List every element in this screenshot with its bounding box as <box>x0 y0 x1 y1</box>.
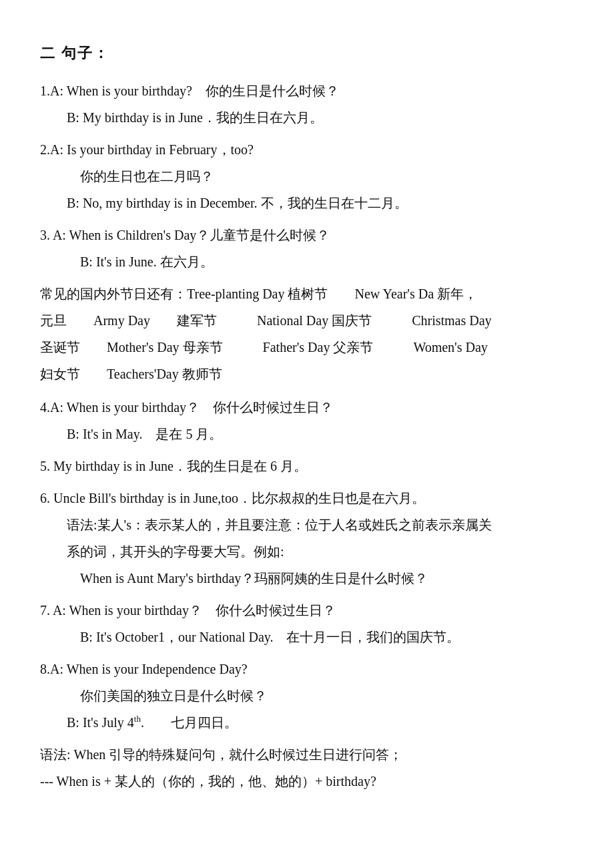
item-1-line-1: 1.A: When is your birthday? 你的生日是什么时候？ <box>40 79 574 103</box>
item-6-grammar-3: When is Aunt Mary's birthday？玛丽阿姨的生日是什么时… <box>40 566 574 590</box>
holidays-line-4: 妇女节 Teachers'Day 教师节 <box>40 362 574 386</box>
item-6-grammar-2: 系的词，其开头的字母要大写。例如: <box>40 539 574 564</box>
item-3-line-1: 3. A: When is Children's Day？儿童节是什么时候？ <box>40 223 574 247</box>
item-7: 7. A: When is your birthday？ 你什么时候过生日？ B… <box>40 598 574 649</box>
item-3: 3. A: When is Children's Day？儿童节是什么时候？ B… <box>40 223 574 274</box>
item-3-line-2: B: It's in June. 在六月。 <box>40 250 574 274</box>
grammar-block: 语法: When 引导的特殊疑问句，就什么时候过生日进行问答； --- When… <box>40 742 574 793</box>
item-1-line-2: B: My birthday is in June．我的生日在六月。 <box>40 105 574 130</box>
item-8-line-2: 你们美国的独立日是什么时候？ <box>40 684 574 708</box>
holidays-block: 常见的国内外节日还有：Tree-planting Day 植树节 New Yea… <box>40 282 574 386</box>
item-2-line-3: B: No, my birthday is in December. 不，我的生… <box>40 191 574 215</box>
item-1: 1.A: When is your birthday? 你的生日是什么时候？ B… <box>40 79 574 130</box>
item-4-line-1: 4.A: When is your birthday？ 你什么时候过生日？ <box>40 395 574 419</box>
item-8-line-3: B: It's July 4th. 七月四日。 <box>40 710 574 734</box>
item-5: 5. My birthday is in June．我的生日是在 6 月。 <box>40 454 574 478</box>
grammar-line-1: 语法: When 引导的特殊疑问句，就什么时候过生日进行问答； <box>40 742 574 767</box>
item-6-line-1: 6. Uncle Bill's birthday is in June,too．… <box>40 486 574 510</box>
item-8-line-1: 8.A: When is your Independence Day? <box>40 657 574 681</box>
item-2: 2.A: Is your birthday in February，too? 你… <box>40 138 574 215</box>
item-6: 6. Uncle Bill's birthday is in June,too．… <box>40 486 574 590</box>
item-2-line-2: 你的生日也在二月吗？ <box>40 164 574 188</box>
section-title: 二 句子： <box>40 40 574 67</box>
holidays-line-1: 常见的国内外节日还有：Tree-planting Day 植树节 New Yea… <box>40 282 574 306</box>
holidays-line-3: 圣诞节 Mother's Day 母亲节 Father's Day 父亲节 Wo… <box>40 335 574 359</box>
item-5-line-1: 5. My birthday is in June．我的生日是在 6 月。 <box>40 454 574 478</box>
item-4: 4.A: When is your birthday？ 你什么时候过生日？ B:… <box>40 395 574 446</box>
item-7-line-2: B: It's October1，our National Day. 在十月一日… <box>40 625 574 649</box>
item-2-line-1: 2.A: Is your birthday in February，too? <box>40 138 574 162</box>
page-content: 二 句子： 1.A: When is your birthday? 你的生日是什… <box>40 40 574 793</box>
holidays-line-2: 元旦 Army Day 建军节 National Day 国庆节 Christm… <box>40 308 574 333</box>
item-8: 8.A: When is your Independence Day? 你们美国… <box>40 657 574 734</box>
grammar-line-2: --- When is + 某人的（你的，我的，他、她的）+ birthday? <box>40 769 574 793</box>
item-4-line-2: B: It's in May. 是在 5 月。 <box>40 422 574 446</box>
item-7-line-1: 7. A: When is your birthday？ 你什么时候过生日？ <box>40 598 574 622</box>
item-6-grammar-1: 语法:某人's：表示某人的，并且要注意：位于人名或姓氏之前表示亲属关 <box>40 513 574 537</box>
